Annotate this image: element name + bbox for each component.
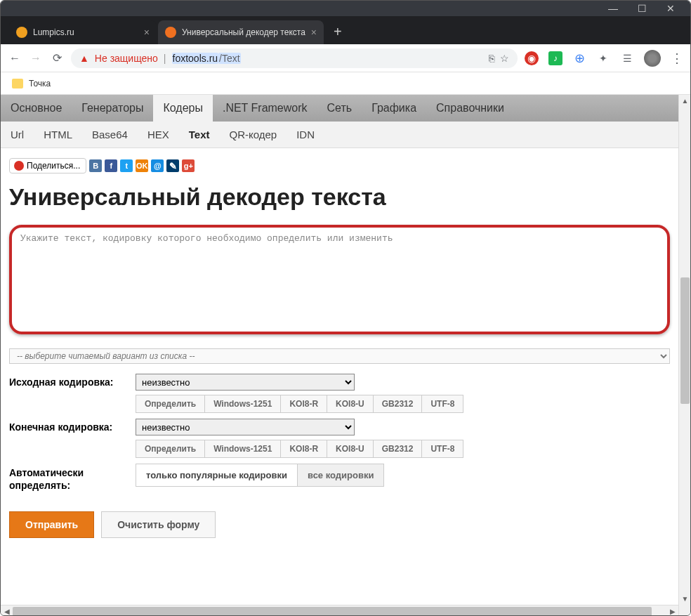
nav-dotnet[interactable]: .NET Framework <box>213 95 317 122</box>
scroll-right-icon[interactable]: ▶ <box>666 605 678 616</box>
security-label: Не защищено <box>95 53 158 64</box>
share-button[interactable]: Поделиться... <box>9 158 86 173</box>
horizontal-scrollbar[interactable]: ◀ ▶ <box>1 605 678 616</box>
toggle-all-button[interactable]: все кодировки <box>297 464 384 487</box>
social-gp-icon[interactable]: g+ <box>182 159 195 172</box>
bookmark-star-icon[interactable]: ☆ <box>500 53 509 64</box>
scroll-up-icon[interactable]: ▲ <box>679 95 691 107</box>
target-encoding-row: Конечная кодировка: неизвестно Определит… <box>9 419 670 458</box>
nav-main[interactable]: Основное <box>1 95 72 122</box>
enc-win1251-button[interactable]: Windows-1251 <box>204 440 281 458</box>
subnav-idn[interactable]: IDN <box>287 122 324 148</box>
page-title: Универсальный декодер текста <box>9 183 670 211</box>
url-host: foxtools.ru <box>172 53 219 64</box>
nav-coders[interactable]: Кодеры <box>153 95 213 122</box>
text-input[interactable] <box>13 229 666 327</box>
sub-nav: Url HTML Base64 HEX Text QR-кодер IDN <box>1 122 678 148</box>
source-encoding-select[interactable]: неизвестно <box>136 374 355 391</box>
enc-gb2312-button[interactable]: GB2312 <box>373 395 423 413</box>
subnav-hex[interactable]: HEX <box>138 122 179 148</box>
extension-green-icon[interactable]: ♪ <box>548 51 562 65</box>
insecure-icon: ▲ <box>79 53 89 64</box>
subnav-text[interactable]: Text <box>179 122 220 148</box>
subnav-url[interactable]: Url <box>1 122 34 148</box>
tab-close-icon[interactable]: × <box>144 27 150 38</box>
social-fb-icon[interactable]: f <box>105 159 117 172</box>
url-path: /Text <box>218 53 241 64</box>
tab-title: Универсальный декодер текста <box>182 27 305 37</box>
nav-network[interactable]: Сеть <box>317 95 362 122</box>
main-nav: Основное Генераторы Кодеры .NET Framewor… <box>1 95 678 122</box>
enc-detect-button[interactable]: Определить <box>136 440 205 458</box>
scroll-thumb[interactable] <box>13 607 652 616</box>
extension-red-icon[interactable]: ◉ <box>525 51 539 65</box>
text-input-highlight <box>9 225 670 334</box>
subnav-html[interactable]: HTML <box>34 122 82 148</box>
scroll-down-icon[interactable]: ▼ <box>679 593 691 605</box>
share-icon <box>14 161 24 171</box>
variant-select[interactable]: -- выберите читаемый вариант из списка -… <box>9 348 670 364</box>
clear-button[interactable]: Очистить форму <box>101 511 216 538</box>
minimize-button[interactable]: — <box>608 3 618 14</box>
share-label: Поделиться... <box>27 161 80 171</box>
extensions-icon[interactable]: ✦ <box>596 51 610 65</box>
maximize-button[interactable]: ☐ <box>638 3 647 14</box>
reading-list-icon[interactable]: ☰ <box>620 51 634 65</box>
auto-toggle-group: только популярные кодировки все кодировк… <box>136 464 670 487</box>
social-lj-icon[interactable]: ✎ <box>166 159 179 172</box>
auto-label: Автоматически определять: <box>9 464 136 492</box>
enc-koi8u-button[interactable]: KOI8-U <box>327 395 374 413</box>
enc-utf8-button[interactable]: UTF-8 <box>421 395 463 413</box>
vertical-scrollbar[interactable]: ▲ ▼ <box>678 95 690 616</box>
close-window-button[interactable]: ✕ <box>666 3 675 14</box>
auto-detect-row: Автоматически определять: только популяр… <box>9 464 670 492</box>
extension-globe-icon[interactable]: ⊕ <box>572 51 586 65</box>
toggle-popular-button[interactable]: только популярные кодировки <box>136 464 298 487</box>
enc-gb2312-button[interactable]: GB2312 <box>373 440 423 458</box>
bookmark-item[interactable]: Точка <box>29 79 51 89</box>
new-tab-button[interactable]: + <box>325 24 350 44</box>
browser-toolbar: ← → ⟳ ▲ Не защищено | foxtools.ru/Text ⎘… <box>1 44 690 72</box>
enc-koi8r-button[interactable]: KOI8-R <box>280 395 327 413</box>
enc-koi8u-button[interactable]: KOI8-U <box>327 440 374 458</box>
scroll-left-icon[interactable]: ◀ <box>1 605 13 616</box>
action-buttons: Отправить Очистить форму <box>9 511 670 538</box>
nav-generators[interactable]: Генераторы <box>72 95 153 122</box>
folder-icon <box>12 79 23 89</box>
target-enc-buttons: Определить Windows-1251 KOI8-R KOI8-U GB… <box>136 440 670 458</box>
enc-koi8r-button[interactable]: KOI8-R <box>280 440 327 458</box>
reload-button[interactable]: ⟳ <box>50 51 64 65</box>
social-ok-icon[interactable]: OK <box>136 159 148 172</box>
back-button[interactable]: ← <box>8 51 22 65</box>
divider: | <box>164 53 166 64</box>
subnav-base64[interactable]: Base64 <box>82 122 138 148</box>
tab-close-icon[interactable]: × <box>311 27 317 38</box>
window-titlebar: — ☐ ✕ <box>1 1 690 16</box>
browser-tab-1[interactable]: Lumpics.ru × <box>9 20 157 44</box>
address-bar[interactable]: ▲ Не защищено | foxtools.ru/Text ⎘ ☆ <box>71 48 518 68</box>
enc-win1251-button[interactable]: Windows-1251 <box>204 395 281 413</box>
scroll-thumb[interactable] <box>680 277 690 404</box>
tab-favicon <box>165 27 176 38</box>
social-tw-icon[interactable]: t <box>120 159 133 172</box>
nav-graphics[interactable]: Графика <box>362 95 426 122</box>
subnav-qr[interactable]: QR-кодер <box>219 122 287 148</box>
browser-tab-2[interactable]: Универсальный декодер текста × <box>158 20 324 44</box>
page-content: Основное Генераторы Кодеры .NET Framewor… <box>1 95 678 616</box>
nav-reference[interactable]: Справочники <box>426 95 514 122</box>
source-encoding-row: Исходная кодировка: неизвестно Определит… <box>9 374 670 413</box>
social-mail-icon[interactable]: @ <box>151 159 164 172</box>
target-encoding-select[interactable]: неизвестно <box>136 419 355 435</box>
extension-icons: ◉ ♪ ⊕ ✦ ☰ ⋮ <box>525 50 683 67</box>
forward-button[interactable]: → <box>29 51 43 65</box>
browser-menu-icon[interactable]: ⋮ <box>671 51 683 66</box>
translate-icon[interactable]: ⎘ <box>489 53 494 64</box>
submit-button[interactable]: Отправить <box>9 511 94 538</box>
profile-avatar[interactable] <box>644 50 661 67</box>
share-row: Поделиться... B f t OK @ ✎ g+ <box>9 158 670 173</box>
bookmarks-bar: Точка <box>1 72 690 95</box>
social-vk-icon[interactable]: B <box>89 159 102 172</box>
enc-detect-button[interactable]: Определить <box>136 395 205 413</box>
tab-favicon <box>16 27 27 38</box>
enc-utf8-button[interactable]: UTF-8 <box>421 440 463 458</box>
